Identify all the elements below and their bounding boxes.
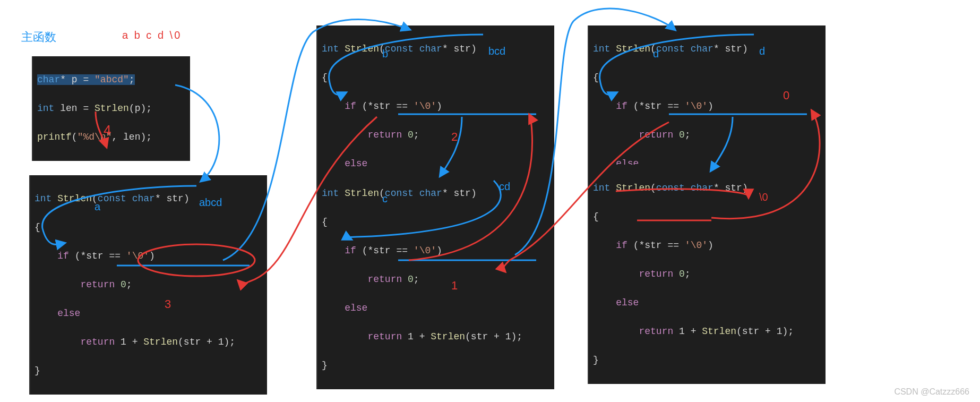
strlen-box-5: int Strlen(const char* str) { if (*str =… [588, 165, 826, 384]
return-4: 4 [104, 122, 111, 139]
main-l1: char* p = "abcd"; [37, 73, 186, 87]
hint-letter-b: b [382, 48, 388, 60]
main-l2: int len = Strlen(p); [37, 101, 186, 116]
hint-letter-c: c [382, 193, 388, 205]
watermark: CSDN @Catzzz666 [894, 387, 969, 397]
hint-param-abcd: abcd [199, 196, 222, 209]
hint-param-null: \0 [759, 191, 768, 203]
hint-param-cd: cd [499, 181, 510, 193]
main-func-label: 主函数 [21, 29, 56, 45]
hint-letter-a: a [94, 201, 100, 213]
hint-param-d: d [759, 45, 765, 57]
hint-param-bcd: bcd [488, 45, 505, 57]
return-0: 0 [783, 89, 789, 102]
string-layout-label: a b c d \0 [122, 29, 182, 41]
hint-letter-d: d [653, 48, 659, 60]
strlen-box-1: int Strlen(const char* str) { if (*str =… [29, 175, 267, 395]
main-l3: printf("%d\n", len); [37, 130, 186, 144]
main-code-box: char* p = "abcd"; int len = Strlen(p); p… [32, 56, 190, 161]
return-2: 2 [451, 130, 458, 144]
strlen-box-3: int Strlen(const char* str) { if (*str =… [316, 170, 554, 389]
return-1: 1 [451, 279, 458, 293]
return-3: 3 [165, 297, 171, 311]
